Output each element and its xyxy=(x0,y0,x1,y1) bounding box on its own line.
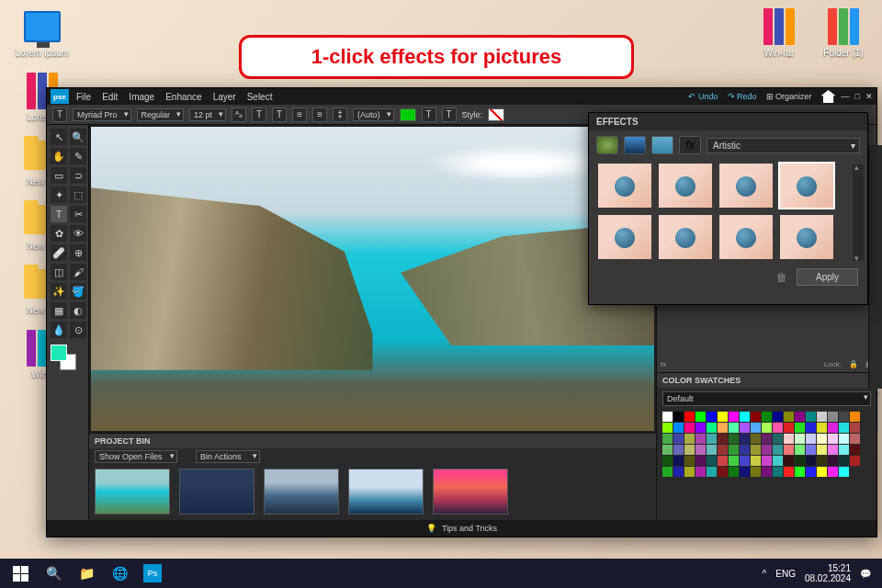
eraser-tool[interactable]: ◫ xyxy=(51,264,67,280)
swatch[interactable] xyxy=(828,434,838,444)
swatch[interactable] xyxy=(751,412,761,422)
shape-tool[interactable]: ◐ xyxy=(70,302,86,319)
effect-thumb-6[interactable] xyxy=(659,215,712,259)
swatch[interactable] xyxy=(751,456,761,466)
wand-tool[interactable]: ✦ xyxy=(51,187,67,203)
lasso-tool[interactable]: ⊃ xyxy=(70,167,86,184)
swatch[interactable] xyxy=(795,445,805,455)
swatch[interactable] xyxy=(695,434,706,444)
fx-cat-photo[interactable] xyxy=(651,136,673,154)
swatch[interactable] xyxy=(762,456,772,466)
swatch[interactable] xyxy=(850,434,860,444)
swatch[interactable] xyxy=(784,456,794,466)
swatch[interactable] xyxy=(707,467,717,477)
swatch[interactable] xyxy=(729,434,739,444)
bin-thumb-3[interactable] xyxy=(264,469,339,514)
swatch[interactable] xyxy=(773,467,783,477)
effect-thumb-8[interactable] xyxy=(780,215,833,259)
swatch[interactable] xyxy=(673,412,684,422)
swatch[interactable] xyxy=(828,445,838,455)
swatch[interactable] xyxy=(684,456,695,466)
swatch[interactable] xyxy=(673,445,684,455)
swatch[interactable] xyxy=(762,412,772,422)
size-dropdown[interactable]: 12 pt xyxy=(189,108,226,121)
swatch[interactable] xyxy=(806,445,816,455)
swatch[interactable] xyxy=(673,423,684,433)
swatch[interactable] xyxy=(673,456,684,466)
swatch[interactable] xyxy=(762,434,772,444)
desktop-icon-folder1r[interactable]: Folder (1) xyxy=(816,7,871,58)
blur-tool[interactable]: 💧 xyxy=(51,322,67,338)
effect-thumb-5[interactable] xyxy=(598,215,651,259)
show-files-dropdown[interactable]: Show Open Files xyxy=(95,450,177,463)
type-tool[interactable]: T xyxy=(51,206,67,222)
swatch[interactable] xyxy=(773,423,783,433)
swatch[interactable] xyxy=(762,467,772,477)
app-scrollbar[interactable] xyxy=(868,145,882,389)
swatch[interactable] xyxy=(684,467,695,477)
swatch[interactable] xyxy=(707,434,717,444)
sponge-tool[interactable]: ⊙ xyxy=(70,322,86,338)
swatch[interactable] xyxy=(784,434,794,444)
swatch[interactable] xyxy=(784,467,794,477)
swatches-preset[interactable]: Default xyxy=(662,391,871,406)
swatch[interactable] xyxy=(850,445,860,455)
swatch[interactable] xyxy=(839,423,849,433)
bucket-tool[interactable]: 🪣 xyxy=(70,283,86,300)
swatch[interactable] xyxy=(751,467,761,477)
effect-thumb-2[interactable] xyxy=(659,164,712,208)
swatch[interactable] xyxy=(729,445,739,455)
swatch[interactable] xyxy=(795,412,805,422)
weight-dropdown[interactable]: Regular xyxy=(137,108,185,121)
swatch[interactable] xyxy=(695,456,706,466)
swatch[interactable] xyxy=(662,456,673,466)
swatch[interactable] xyxy=(762,423,772,433)
swatch[interactable] xyxy=(695,467,706,477)
swatch[interactable] xyxy=(850,423,860,433)
swatch[interactable] xyxy=(729,467,739,477)
swatch[interactable] xyxy=(707,423,717,433)
swatch[interactable] xyxy=(839,467,849,477)
swatch[interactable] xyxy=(751,445,761,455)
selection-tool[interactable]: ⬚ xyxy=(70,187,86,203)
font-dropdown[interactable]: Myriad Pro xyxy=(73,108,131,121)
leading-icon[interactable]: ‡ xyxy=(333,107,347,122)
swatch[interactable] xyxy=(718,467,728,477)
move-tool[interactable]: ↖ xyxy=(51,129,67,145)
swatch[interactable] xyxy=(729,412,739,422)
swatch[interactable] xyxy=(718,445,728,455)
swatch[interactable] xyxy=(828,423,838,433)
gradient-tool[interactable]: ▦ xyxy=(51,302,67,319)
bin-actions-dropdown[interactable]: Bin Actions xyxy=(196,450,260,463)
align-left-icon[interactable]: ≡ xyxy=(292,107,307,122)
swatch[interactable] xyxy=(828,467,838,477)
swatch[interactable] xyxy=(773,412,783,422)
explorer-button[interactable]: 📁 xyxy=(70,560,103,586)
swatch[interactable] xyxy=(695,412,706,422)
text-color[interactable] xyxy=(400,108,416,121)
swatch[interactable] xyxy=(673,434,684,444)
swatch[interactable] xyxy=(729,423,739,433)
crop-tool[interactable]: ✂ xyxy=(70,206,86,222)
effect-thumb-1[interactable] xyxy=(598,164,651,208)
warp-icon[interactable]: T xyxy=(422,107,436,122)
swatch[interactable] xyxy=(684,445,695,455)
marquee-tool[interactable]: ▭ xyxy=(51,167,67,184)
swatch[interactable] xyxy=(740,423,750,433)
menu-file[interactable]: File xyxy=(76,92,91,102)
delete-effect-icon[interactable]: 🗑 xyxy=(776,271,787,284)
swatch[interactable] xyxy=(662,412,673,422)
swatch[interactable] xyxy=(828,456,838,466)
lock-all-icon[interactable]: 🔒 xyxy=(849,360,858,368)
swatch[interactable] xyxy=(707,445,717,455)
swatch[interactable] xyxy=(751,434,761,444)
swatch[interactable] xyxy=(817,456,827,466)
effects-category-dropdown[interactable]: Artistic xyxy=(707,138,860,153)
search-button[interactable]: 🔍 xyxy=(37,560,70,586)
orient-icon[interactable]: T xyxy=(442,107,457,122)
desktop-icon-pc[interactable]: Lorem Ipsum xyxy=(15,7,70,58)
language-indicator[interactable]: ENG xyxy=(775,569,796,579)
swatch[interactable] xyxy=(662,467,673,477)
swatch[interactable] xyxy=(684,412,695,422)
clone-tool[interactable]: ⊕ xyxy=(70,244,86,261)
